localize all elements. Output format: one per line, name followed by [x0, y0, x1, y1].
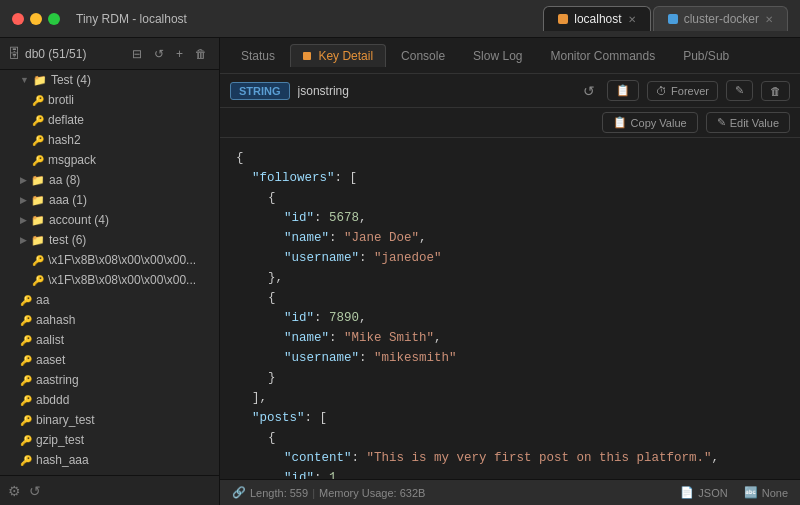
folder-icon: 📁 [31, 174, 45, 187]
sidebar-db-icon: 🗄 [8, 46, 21, 61]
main-layout: 🗄 db0 (51/51) ⊟ ↺ + 🗑 ▼ 📁 Test (4) 🔑 bro… [0, 38, 800, 505]
sidebar-item-gzip-test[interactable]: 🔑 gzip_test [0, 430, 219, 450]
nav-tabs: Status Key Detail Console Slow Log Monit… [220, 38, 800, 74]
minimize-button[interactable] [30, 13, 42, 25]
folder-icon: 📁 [31, 194, 45, 207]
sidebar-item-brotli[interactable]: 🔑 brotli [0, 90, 219, 110]
settings-button[interactable]: ⚙ [8, 483, 21, 499]
decode-item[interactable]: 🔤 None [744, 486, 788, 499]
sidebar-item-msgpack[interactable]: 🔑 msgpack [0, 150, 219, 170]
key-icon: 🔑 [32, 115, 44, 126]
key-icon: 🔑 [20, 315, 32, 326]
tab-localhost[interactable]: localhost ✕ [543, 6, 650, 31]
sidebar-item-aahash-label: aahash [36, 313, 75, 327]
close-button[interactable] [12, 13, 24, 25]
sidebar-item-aaa-folder[interactable]: ▶ 📁 aaa (1) [0, 190, 219, 210]
sidebar: 🗄 db0 (51/51) ⊟ ↺ + 🗑 ▼ 📁 Test (4) 🔑 bro… [0, 38, 220, 505]
sidebar-item-test-folder[interactable]: ▶ 📁 test (6) [0, 230, 219, 250]
key-icon: 🔑 [32, 135, 44, 146]
clock-icon: ⏱ [656, 85, 667, 97]
sidebar-item-aa[interactable]: 🔑 aa [0, 290, 219, 310]
format-item[interactable]: 📄 JSON [680, 486, 727, 499]
sidebar-item-binary-test[interactable]: 🔑 binary_test [0, 410, 219, 430]
ttl-label: Forever [671, 85, 709, 97]
edit-icon: ✎ [717, 116, 726, 129]
statusbar-right: 📄 JSON 🔤 None [680, 486, 788, 499]
key-icon: 🔑 [20, 455, 32, 466]
copy-value-icon: 📋 [613, 116, 627, 129]
tab-status-label: Status [241, 49, 275, 63]
sidebar-item-abddd-label: abddd [36, 393, 69, 407]
sidebar-item-aastring-label: aastring [36, 373, 79, 387]
tab-localhost-close[interactable]: ✕ [628, 14, 636, 25]
copy-key-button[interactable]: 📋 [607, 80, 639, 101]
content-panel: Status Key Detail Console Slow Log Monit… [220, 38, 800, 505]
delete-key-action-button[interactable]: 🗑 [761, 81, 790, 101]
key-icon: 🔑 [20, 335, 32, 346]
key-icon: 🔑 [32, 255, 44, 266]
sidebar-item-aa-folder[interactable]: ▶ 📁 aa (8) [0, 170, 219, 190]
tab-console-label: Console [401, 49, 445, 63]
sidebar-item-account-folder[interactable]: ▶ 📁 account (4) [0, 210, 219, 230]
decode-label: None [762, 487, 788, 499]
key-icon: 🔑 [20, 435, 32, 446]
sidebar-item-deflate[interactable]: 🔑 deflate [0, 110, 219, 130]
traffic-lights [12, 13, 60, 25]
copy-value-button[interactable]: 📋 Copy Value [602, 112, 698, 133]
tab-pubsub-label: Pub/Sub [683, 49, 729, 63]
sidebar-item-aalist[interactable]: 🔑 aalist [0, 330, 219, 350]
edit-value-label: Edit Value [730, 117, 779, 129]
tab-key-detail[interactable]: Key Detail [290, 44, 386, 67]
key-name-input[interactable] [298, 84, 572, 98]
sidebar-item-test[interactable]: ▼ 📁 Test (4) [0, 70, 219, 90]
tab-console[interactable]: Console [388, 44, 458, 67]
sidebar-item-aa-key-label: aa [36, 293, 49, 307]
sidebar-item-hash-aaa[interactable]: 🔑 hash_aaa [0, 450, 219, 470]
refresh-tree-button[interactable]: ↺ [150, 45, 168, 63]
sidebar-item-aaset-label: aaset [36, 353, 65, 367]
tab-localhost-label: localhost [574, 12, 621, 26]
key-detail-icon [303, 52, 311, 60]
maximize-button[interactable] [48, 13, 60, 25]
key-icon: 🔑 [32, 155, 44, 166]
folder-icon: 📁 [31, 214, 45, 227]
refresh-connection-button[interactable]: ↺ [29, 483, 41, 499]
sidebar-item-abddd[interactable]: 🔑 abddd [0, 390, 219, 410]
tab-monitor[interactable]: Monitor Commands [537, 44, 668, 67]
sidebar-item-aastring[interactable]: 🔑 aastring [0, 370, 219, 390]
add-key-button[interactable]: + [172, 45, 187, 63]
tab-slow-log[interactable]: Slow Log [460, 44, 535, 67]
tab-bar: localhost ✕ cluster-docker ✕ [543, 6, 788, 31]
sidebar-item-hash-aaa-label: hash_aaa [36, 453, 89, 467]
sidebar-item-hash2[interactable]: 🔑 hash2 [0, 130, 219, 150]
sidebar-item-aahash[interactable]: 🔑 aahash [0, 310, 219, 330]
statusbar: 🔗 Length: 559 | Memory Usage: 632B 📄 JSO… [220, 479, 800, 505]
sidebar-item-test-label: Test (4) [51, 73, 91, 87]
key-icon: 🔑 [20, 415, 32, 426]
sidebar-item-binary1[interactable]: 🔑 \x1F\x8B\x08\x00\x00\x00... [0, 250, 219, 270]
delete-key-button[interactable]: 🗑 [191, 45, 211, 63]
app-title: Tiny RDM - localhost [76, 12, 187, 26]
statusbar-left: 🔗 Length: 559 | Memory Usage: 632B [232, 486, 425, 499]
tab-cluster-docker-label: cluster-docker [684, 12, 759, 26]
edit-ttl-button[interactable]: ✎ [726, 80, 753, 101]
tab-cluster-docker[interactable]: cluster-docker ✕ [653, 6, 788, 31]
titlebar: Tiny RDM - localhost localhost ✕ cluster… [0, 0, 800, 38]
sidebar-item-aalist-label: aalist [36, 333, 64, 347]
tab-cluster-docker-close[interactable]: ✕ [765, 14, 773, 25]
length-label: Length: 559 [250, 487, 308, 499]
sidebar-item-binary2[interactable]: 🔑 \x1F\x8B\x08\x00\x00\x00... [0, 270, 219, 290]
separator: | [312, 487, 315, 499]
sidebar-footer: ⚙ ↺ [0, 475, 219, 505]
sidebar-item-binary-test-label: binary_test [36, 413, 95, 427]
sidebar-item-aaset[interactable]: 🔑 aaset [0, 350, 219, 370]
edit-value-button[interactable]: ✎ Edit Value [706, 112, 790, 133]
json-content: { "followers": [ { "id": 5678, "name": "… [220, 138, 800, 479]
sidebar-item-msgpack-label: msgpack [48, 153, 96, 167]
ttl-button[interactable]: ⏱ Forever [647, 81, 718, 101]
folder-icon: 📁 [31, 234, 45, 247]
filter-button[interactable]: ⊟ [128, 45, 146, 63]
refresh-key-button[interactable]: ↺ [579, 81, 599, 101]
tab-pubsub[interactable]: Pub/Sub [670, 44, 742, 67]
tab-status[interactable]: Status [228, 44, 288, 67]
